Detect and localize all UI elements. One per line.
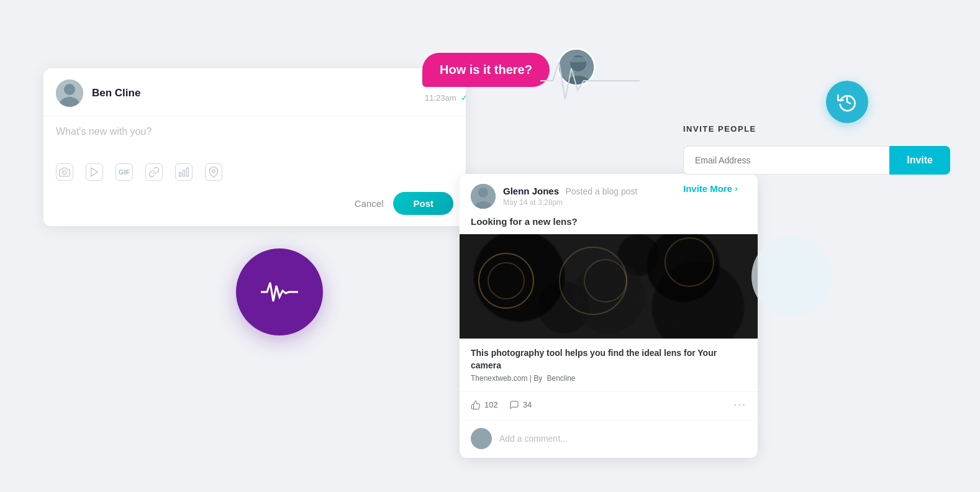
composer-user-name: Ben Cline (92, 87, 140, 99)
svg-rect-5 (187, 168, 189, 176)
brand-logo-circle (236, 248, 323, 335)
svg-point-1 (64, 84, 75, 95)
chart-icon[interactable] (175, 163, 193, 181)
location-icon[interactable] (205, 163, 222, 181)
waveform-line (540, 56, 640, 108)
comment-input[interactable]: Add a comment... (499, 434, 568, 444)
composer-toolbar: GIF (43, 155, 466, 192)
read-checkmark: ✓ (461, 93, 468, 102)
likes-count: 102 (484, 400, 498, 409)
blog-poster-name: Glenn Jones (503, 186, 559, 196)
decorative-circle (751, 236, 832, 317)
blog-poster-info: Glenn Jones Posted a blog post (503, 186, 637, 197)
blog-poster-avatar (471, 184, 496, 209)
chat-bubble: How is it there? (422, 53, 550, 87)
blog-card-image (460, 234, 758, 339)
svg-point-14 (478, 188, 488, 198)
blog-link-title: This photography tool helps you find the… (471, 347, 746, 371)
blog-link-source: Thenextweb.com | By Bencline (471, 374, 746, 383)
like-button[interactable]: 102 (471, 400, 498, 410)
chat-bubble-text: How is it there? (440, 63, 532, 76)
svg-point-3 (63, 171, 66, 175)
blog-card-link-preview: This photography tool helps you find the… (460, 339, 758, 391)
invite-more-link[interactable]: Invite More › (683, 183, 950, 194)
invite-form: Invite (683, 146, 950, 175)
blog-poster-date: May 14 at 3:28pm (503, 198, 637, 207)
camera-icon[interactable] (56, 163, 73, 181)
video-icon[interactable] (86, 163, 103, 181)
composer-card: Ben Cline What's new with you? GIF (43, 68, 466, 226)
invite-panel: INVITE PEOPLE Invite Invite More › (683, 124, 950, 194)
chat-timestamp: 11:23am ✓ (422, 93, 550, 102)
svg-marker-4 (91, 168, 98, 176)
blog-card-title: Looking for a new lens? (460, 216, 758, 234)
composer-header: Ben Cline (43, 68, 466, 116)
comments-count: 34 (523, 400, 532, 409)
svg-rect-6 (183, 170, 185, 176)
gif-icon[interactable]: GIF (116, 163, 133, 181)
comment-button[interactable]: 34 (509, 400, 532, 410)
cancel-button[interactable]: Cancel (355, 198, 384, 209)
post-button[interactable]: Post (393, 192, 453, 215)
invite-email-input[interactable] (683, 146, 889, 175)
chevron-right-icon: › (735, 184, 737, 193)
composer-text-input[interactable]: What's new with you? (56, 126, 453, 145)
blog-comment-area: Add a comment... (460, 420, 758, 458)
more-options-button[interactable]: ··· (733, 398, 746, 411)
composer-actions: Cancel Post (43, 192, 466, 226)
composer-body[interactable]: What's new with you? (43, 116, 466, 155)
invite-section-title: INVITE PEOPLE (683, 124, 950, 134)
commenter-avatar (471, 428, 492, 449)
svg-point-8 (212, 170, 216, 173)
blog-post-card: Glenn Jones Posted a blog post May 14 at… (460, 174, 758, 458)
composer-user-avatar (56, 80, 83, 107)
svg-rect-7 (179, 173, 181, 176)
blog-card-actions: 102 34 ··· (460, 391, 758, 420)
blog-poster-action: Posted a blog post (565, 186, 637, 196)
history-button[interactable] (826, 81, 868, 123)
link-icon[interactable] (145, 163, 163, 181)
invite-button[interactable]: Invite (889, 146, 950, 175)
